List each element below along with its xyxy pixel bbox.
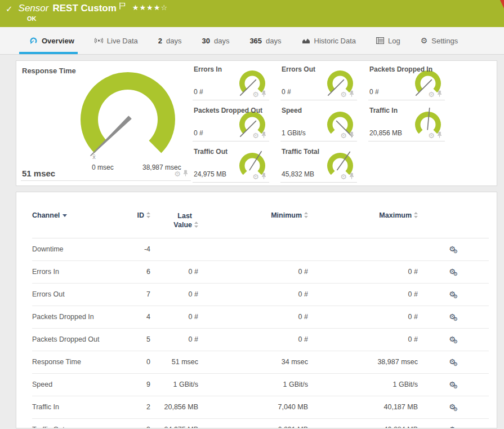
cell-last-value: 0 # (150, 328, 198, 351)
tab-log[interactable]: Log (366, 27, 411, 54)
channel-settings-icon[interactable]: ⚙⚙ (449, 358, 458, 366)
cell-last-value: 0 # (150, 260, 198, 283)
sensor-header: ✓ Sensor REST Custom ★★★★☆ OK (0, 0, 504, 27)
tab-historic-data[interactable]: Historic Data (292, 27, 366, 54)
gauge-tile-traffic-out[interactable]: Traffic Out24,975 MB⚙ (193, 144, 269, 183)
tab-overview[interactable]: Overview (19, 27, 84, 54)
channel-settings-icon[interactable]: ⚙⚙ (449, 290, 458, 298)
gauge-value: 0 # (194, 88, 203, 96)
sensor-name: REST Custom (52, 3, 116, 14)
gauge-value: 51 msec (22, 169, 55, 178)
gear-icon[interactable]: ⚙ (340, 173, 347, 180)
pin-icon[interactable] (261, 171, 267, 182)
pin-icon[interactable] (436, 90, 443, 97)
gauge-value: 20,856 MB (369, 129, 402, 137)
pin-icon[interactable] (261, 131, 267, 138)
gauge-title: Traffic Out (194, 148, 228, 156)
cell-id: -4 (128, 238, 150, 260)
gauge-tile-packets-dropped-in[interactable]: Packets Dropped In0 #⚙ (368, 62, 445, 100)
table-row: Traffic In220,856 MB7,040 MB40,187 MB⚙⚙ (32, 396, 489, 418)
tab-30-days[interactable]: 30days (191, 27, 239, 54)
historic-data-icon (302, 37, 310, 44)
col-header-id[interactable]: ID (128, 211, 150, 238)
col-header-maximum[interactable]: Maximum (308, 211, 418, 238)
channel-settings-icon[interactable]: ⚙⚙ (449, 313, 458, 321)
pin-icon[interactable] (182, 170, 189, 176)
gear-icon[interactable]: ⚙ (252, 173, 259, 180)
sort-icon (304, 212, 308, 218)
gear-icon[interactable]: ⚙ (174, 170, 181, 178)
gauge-title: Speed (282, 107, 302, 114)
pin-icon[interactable] (261, 130, 267, 140)
cell-channel: Errors In (32, 260, 128, 283)
cell-last-value: 51 msec (150, 351, 198, 373)
cell-minimum: 34 msec (198, 351, 308, 373)
col-header-channel[interactable]: Channel (32, 211, 128, 238)
cell-minimum: 0 # (198, 306, 308, 328)
pin-icon[interactable] (349, 90, 355, 97)
cell-id: 6 (128, 260, 150, 283)
response-time-tile[interactable]: Response Time x̄ 0 msec 38,987 msec 51 m… (21, 62, 191, 181)
gauge-title: Errors In (194, 65, 222, 73)
pin-icon[interactable] (436, 130, 443, 140)
corner-alert-icon (500, 0, 504, 8)
gear-icon[interactable]: ⚙ (428, 91, 435, 98)
gear-icon[interactable]: ⚙ (340, 91, 347, 98)
tab-365-days[interactable]: 365days (239, 27, 291, 54)
cell-maximum: 40,187 MB (308, 396, 418, 418)
priority-stars[interactable]: ★★★★☆ (132, 3, 168, 12)
col-header-minimum[interactable]: Minimum (198, 211, 308, 238)
channel-settings-icon[interactable]: ⚙⚙ (449, 403, 458, 411)
gear-icon[interactable]: ⚙ (428, 132, 435, 139)
pin-icon[interactable] (349, 171, 355, 182)
sort-icon (146, 212, 150, 218)
table-row: Speed91 GBit/s1 GBit/s1 GBit/s⚙⚙ (32, 373, 489, 396)
gauge-tile-errors-out[interactable]: Errors Out0 #⚙ (280, 62, 357, 100)
gear-icon: ⚙ (421, 37, 428, 45)
gauge-tile-traffic-in[interactable]: Traffic In20,856 MB⚙ (368, 103, 445, 141)
cell-minimum (198, 238, 308, 260)
pin-icon[interactable] (261, 90, 267, 97)
gear-icon[interactable]: ⚙ (340, 132, 347, 139)
gauge-tile-speed[interactable]: Speed1 GBit/s⚙ (280, 103, 357, 141)
gauge-title: Packets Dropped In (369, 65, 432, 73)
gear-icon[interactable]: ⚙ (252, 132, 259, 139)
pin-icon[interactable] (261, 173, 267, 179)
gauge-tile-packets-dropped-out[interactable]: Packets Dropped Out0 #⚙ (193, 103, 269, 141)
sensor-overview-content: Response Time x̄ 0 msec 38,987 msec 51 m… (0, 60, 504, 428)
gauge-tile-errors-in[interactable]: Errors In0 #⚙ (193, 62, 269, 100)
pin-icon[interactable] (349, 89, 355, 99)
table-row: Packets Dropped In40 #0 #0 #⚙⚙ (32, 306, 489, 328)
col-header-last-value[interactable]: Last Value (150, 211, 198, 238)
tab-settings[interactable]: ⚙Settings (411, 27, 469, 54)
cell-minimum: 7,040 MB (198, 396, 308, 418)
tab-live-data[interactable]: Live Data (84, 27, 148, 54)
cell-channel: Packets Dropped Out (32, 328, 128, 351)
channel-settings-icon[interactable]: ⚙⚙ (449, 335, 458, 343)
flag-icon[interactable] (119, 2, 126, 12)
average-marker: x̄ (92, 153, 96, 160)
channel-settings-icon[interactable]: ⚙⚙ (449, 381, 458, 388)
cell-last-value: 24,975 MB (150, 418, 198, 428)
live-data-icon (95, 37, 103, 45)
channel-settings-icon[interactable]: ⚙⚙ (449, 268, 458, 276)
pin-icon[interactable] (436, 89, 443, 99)
tab-number: 365 (249, 37, 262, 45)
gauge-title: Traffic In (369, 107, 398, 114)
channel-settings-icon[interactable]: ⚙⚙ (449, 426, 458, 429)
pin-icon[interactable] (436, 131, 443, 138)
tab-label: days (166, 37, 181, 45)
cell-id: 2 (128, 396, 150, 418)
pin-icon[interactable] (349, 131, 355, 138)
pin-icon[interactable] (182, 169, 189, 179)
tab-2-days[interactable]: 2days (148, 27, 192, 54)
tab-number: 30 (202, 37, 209, 45)
gear-icon[interactable]: ⚙ (252, 91, 259, 98)
gauge-tile-traffic-total[interactable]: Traffic Total45,832 MB⚙ (280, 144, 357, 183)
pin-icon[interactable] (349, 173, 355, 179)
channel-settings-icon[interactable]: ⚙⚙ (449, 245, 458, 253)
pin-icon[interactable] (261, 89, 267, 99)
pin-icon[interactable] (349, 130, 355, 140)
col-header-actions (418, 211, 489, 238)
cell-channel: Traffic Out (32, 418, 128, 428)
